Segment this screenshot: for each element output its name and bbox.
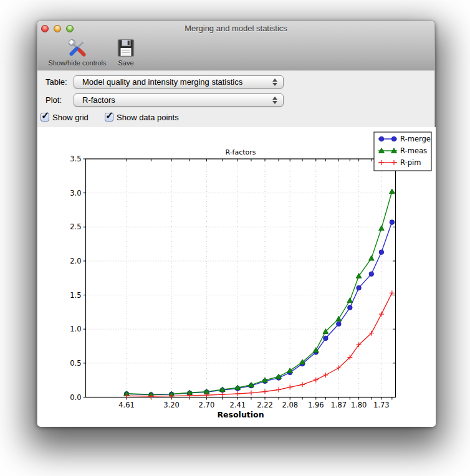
plot-select-value: R-factors [82, 95, 115, 105]
y-tick-label: 0.0 [70, 393, 81, 402]
plot-panel: 0.00.51.01.52.02.53.03.54.613.202.702.41… [37, 127, 436, 427]
y-tick-label: 1.5 [70, 291, 81, 300]
x-tick-label: 1.73 [373, 401, 390, 409]
checkbox-show-data-points[interactable]: ✓ [105, 113, 113, 121]
checkbox-row: ✓ Show grid ✓ Show data points [37, 112, 434, 125]
stepper-icon [272, 96, 277, 105]
legend-label: R-pim [400, 158, 421, 167]
window-title: Merging and model statistics [37, 24, 434, 33]
table-label: Table: [46, 77, 67, 87]
y-tick-label: 3.0 [70, 189, 81, 198]
x-tick-label: 3.20 [163, 401, 180, 409]
series-r-merge [124, 220, 394, 397]
y-tick-label: 0.5 [70, 359, 81, 368]
axis-ticks [84, 159, 396, 400]
x-tick-label: 2.22 [257, 401, 273, 409]
x-tick-label: 1.80 [351, 401, 367, 409]
app-window: Merging and model statistics Show/hide c… [37, 21, 435, 426]
x-tick-label: 1.87 [331, 401, 347, 409]
plot-select[interactable]: R-factors [74, 93, 284, 107]
y-tick-label: 2.0 [70, 257, 81, 265]
data-point [324, 336, 329, 341]
stepper-icon [272, 78, 277, 87]
legend-label: R-meas [400, 146, 427, 155]
data-point [357, 285, 362, 290]
data-point [389, 189, 395, 194]
chart-title: R-factors [225, 148, 256, 156]
y-tick-label: 1.0 [70, 325, 81, 333]
tools-icon [67, 37, 88, 59]
window-header: Merging and model statistics Show/hide c… [37, 21, 434, 70]
table-select-value: Model quality and intensity merging stat… [82, 77, 242, 87]
toolbar-button-show-hide-controls[interactable]: Show/hide controls [42, 37, 112, 67]
checkbox-show-data-points-label: Show data points [117, 113, 179, 122]
chart: 0.00.51.01.52.02.53.03.54.613.202.702.41… [37, 127, 436, 427]
x-tick-label: 2.70 [199, 401, 215, 409]
data-point [390, 220, 395, 225]
toolbar-label: Save [113, 59, 138, 67]
data-point [348, 305, 353, 310]
data-point [368, 255, 374, 260]
titlebar[interactable]: Merging and model statistics [37, 21, 434, 36]
data-point [337, 321, 342, 326]
y-tick-label: 2.5 [70, 222, 81, 231]
data-point [287, 368, 293, 373]
toolbar-label: Show/hide controls [42, 59, 112, 67]
checkmark-icon: ✓ [105, 110, 113, 121]
grid-lines [86, 159, 396, 397]
y-tick-label: 3.5 [70, 155, 81, 163]
legend-label: R-merge [400, 135, 431, 143]
data-point [336, 316, 342, 321]
x-axis-label: Resolution [217, 410, 264, 419]
checkbox-show-grid[interactable]: ✓ [41, 113, 49, 121]
checkmark-icon: ✓ [41, 110, 49, 121]
axes-frame [86, 159, 396, 397]
screen: Merging and model statistics Show/hide c… [0, 0, 470, 476]
data-point [369, 272, 374, 277]
toolbar: Show/hide controls Save [37, 36, 434, 70]
data-point [378, 226, 384, 231]
x-tick-label: 2.08 [282, 401, 298, 409]
legend: R-mergeR-measR-pim [374, 132, 431, 171]
save-icon [115, 37, 137, 59]
controls-panel: Table: Model quality and intensity mergi… [37, 70, 434, 127]
data-point [379, 250, 384, 255]
x-tick-label: 4.61 [118, 401, 135, 409]
series-r-meas [124, 189, 395, 397]
data-point [391, 136, 396, 141]
plot-label: Plot: [46, 95, 62, 105]
checkbox-show-grid-label: Show grid [52, 113, 89, 122]
table-select[interactable]: Model quality and intensity merging stat… [74, 75, 284, 88]
x-tick-label: 1.96 [308, 401, 324, 409]
data-point [379, 136, 384, 141]
toolbar-button-save[interactable]: Save [113, 37, 138, 67]
series-line [127, 192, 392, 395]
data-point [347, 298, 353, 303]
x-tick-label: 2.41 [229, 401, 246, 409]
